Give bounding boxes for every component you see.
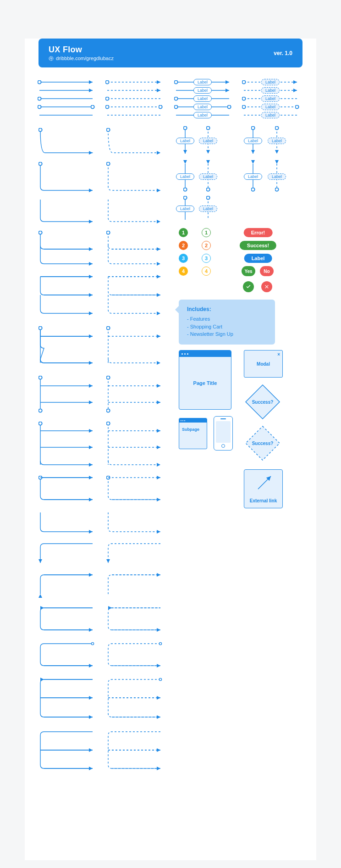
connector-label: Label [193, 95, 212, 102]
badge-yes: Yes [242, 266, 255, 276]
connector-label: Label [244, 173, 262, 180]
decision-dashed: Success? [245, 425, 280, 461]
kit-title: UX Flow [49, 45, 114, 55]
modal-wireframe: × Modal [244, 350, 283, 378]
step-number-filled: 4 [179, 267, 188, 276]
step-number-filled: 3 [179, 254, 188, 263]
status-success: Success! [240, 241, 276, 250]
check-icon [243, 281, 254, 292]
svg-point-66 [159, 642, 161, 645]
dribbble-icon [49, 56, 54, 61]
connector-label: Label [261, 112, 280, 118]
status-error: Error! [244, 228, 273, 237]
connector-label: Label [199, 138, 217, 144]
branch-connectors [40, 233, 162, 768]
connector-label: Label [261, 95, 280, 102]
connector-label: Label [199, 173, 217, 180]
step-number-filled: 1 [179, 228, 188, 237]
page-wireframe: Page Title [179, 350, 231, 410]
connector-label: Label [268, 138, 286, 144]
component-grid: Label Label Label Label Label Label Labe… [38, 80, 302, 833]
connector-label: Label [193, 79, 212, 85]
mobile-wireframe [214, 416, 233, 451]
connector-label: Label [261, 87, 280, 94]
connector-label: Label [176, 173, 194, 180]
connector-label: Label [244, 138, 262, 144]
connector-label: Label [193, 112, 212, 118]
svg-line-78 [258, 476, 271, 489]
cross-icon [261, 281, 272, 292]
kit-subtitle: dribbble.com/gregdlubacz [49, 56, 114, 61]
svg-point-71 [159, 678, 161, 680]
header-bar: UX Flow dribbble.com/gregdlubacz ver. 1.… [38, 39, 302, 67]
connector-label: Label [176, 206, 194, 212]
external-link-block: External link [244, 469, 283, 508]
kit-version: ver. 1.0 [274, 50, 292, 56]
connector-label: Label [268, 173, 286, 180]
connector-label: Label [199, 206, 217, 212]
horizontal-connectors [39, 82, 297, 115]
connector-label: Label [261, 104, 280, 110]
connector-label: Label [193, 87, 212, 94]
callout-heading: Includes: [187, 306, 267, 312]
step-number-outline: 1 [202, 228, 211, 237]
svg-point-64 [91, 642, 94, 645]
connector-label: Label [193, 104, 212, 110]
step-number-outline: 2 [202, 241, 211, 250]
badge-no: No [260, 266, 274, 276]
step-number-outline: 4 [202, 267, 211, 276]
callout-item: - Newsletter Sign Up [187, 330, 267, 338]
step-number-filled: 2 [179, 241, 188, 250]
connector-label: Label [261, 79, 280, 85]
callout-item: - Features [187, 315, 267, 323]
decision-solid: Success? [245, 384, 280, 420]
includes-callout: Includes: - Features - Shopping Cart - N… [179, 300, 275, 345]
connector-label: Label [176, 138, 194, 144]
step-number-outline: 3 [202, 254, 211, 263]
close-icon: × [277, 352, 280, 357]
subpage-wireframe: Subpage [179, 418, 207, 449]
callout-item: - Shopping Cart [187, 323, 267, 331]
status-label: Label [244, 254, 272, 263]
page-title-text: Page Title [179, 357, 231, 409]
